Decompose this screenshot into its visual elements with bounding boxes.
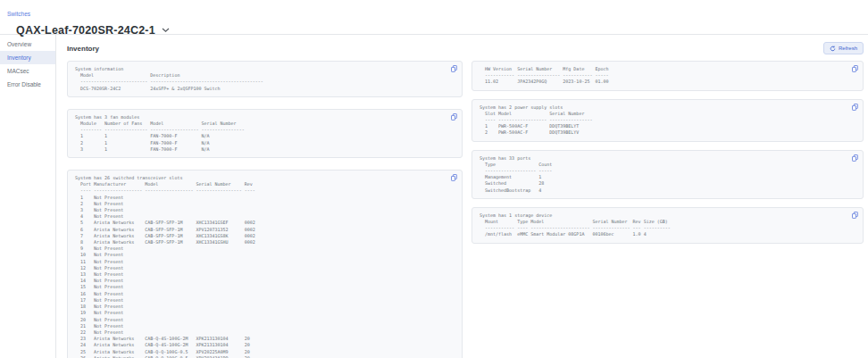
hw-version-text: HW Version Serial Number Mfg Date Epoch … (480, 66, 855, 86)
system-information-text: System information Model Description ---… (75, 66, 455, 92)
chevron-down-icon (162, 28, 170, 33)
copy-icon (852, 65, 858, 72)
sidebar: Overview Inventory MACsec Error Disable (0, 35, 56, 358)
copy-button[interactable] (851, 211, 859, 220)
panel-transceiver-slots: System has 26 switched transceiver slots… (67, 170, 463, 358)
refresh-button[interactable]: Refresh (823, 42, 864, 54)
section-title: Inventory (67, 45, 99, 53)
sidebar-item-inventory[interactable]: Inventory (0, 51, 55, 64)
refresh-icon (830, 46, 836, 52)
panel-columns: System information Model Description ---… (67, 61, 864, 358)
panel-system-information: System information Model Description ---… (67, 61, 463, 97)
copy-button[interactable] (851, 154, 859, 162)
copy-icon (451, 65, 457, 72)
copy-button[interactable] (851, 103, 859, 112)
copy-button[interactable] (851, 64, 859, 73)
copy-icon (852, 212, 858, 219)
left-column: System information Model Description ---… (67, 61, 463, 358)
top-header: Switches QAX-Leaf-7020SR-24C2-1 (0, 0, 868, 34)
panel-ports: System has 33 ports Type Count ---------… (472, 150, 864, 199)
copy-button[interactable] (450, 112, 458, 121)
copy-icon (852, 104, 858, 111)
power-supply-slots-text: System has 2 power supply slots Slot Mod… (480, 104, 855, 137)
fan-modules-text: System has 3 fan modules Module Number o… (75, 114, 455, 153)
main-content: Inventory Refresh Syst (56, 35, 868, 358)
copy-icon (451, 113, 457, 121)
sidebar-item-macsec[interactable]: MACsec (0, 64, 55, 78)
panel-fan-modules: System has 3 fan modules Module Number o… (67, 109, 463, 158)
page-body: Overview Inventory MACsec Error Disable … (0, 34, 868, 358)
sidebar-item-overview[interactable]: Overview (0, 37, 55, 51)
refresh-button-label: Refresh (839, 46, 857, 51)
sidebar-item-error-disable[interactable]: Error Disable (0, 78, 55, 91)
right-column: HW Version Serial Number Mfg Date Epoch … (472, 61, 864, 244)
copy-icon (451, 174, 457, 181)
panel-hw-version: HW Version Serial Number Mfg Date Epoch … (472, 61, 864, 91)
panel-storage-device: System has 1 storage device Mount Type M… (472, 207, 864, 244)
storage-device-text: System has 1 storage device Mount Type M… (480, 212, 855, 238)
breadcrumb-switches-link[interactable]: Switches (7, 11, 30, 17)
copy-icon (852, 154, 858, 162)
ports-text: System has 33 ports Type Count ---------… (480, 155, 855, 194)
content-header: Inventory Refresh (67, 42, 864, 54)
copy-button[interactable] (450, 64, 458, 73)
panel-power-supply-slots: System has 2 power supply slots Slot Mod… (472, 99, 864, 142)
copy-button[interactable] (450, 173, 458, 182)
transceiver-slots-text: System has 26 switched transceiver slots… (75, 175, 455, 358)
